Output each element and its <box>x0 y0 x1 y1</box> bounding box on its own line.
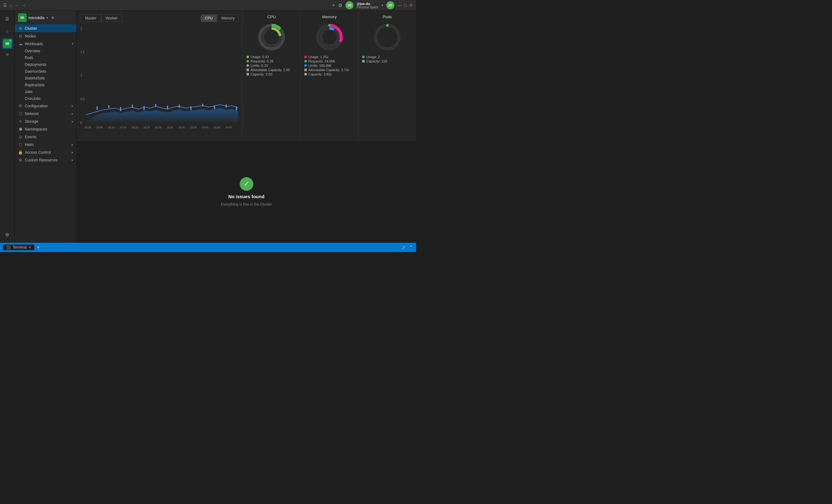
y-label-0-5: 0.5 <box>80 98 84 101</box>
cpu-usage-label: Usage: 0.33 <box>251 55 269 59</box>
memory-donut-svg <box>314 22 345 53</box>
sidebar-gear-icon[interactable]: ⚙ <box>4 51 11 58</box>
x-18-25: 18:25 <box>143 126 150 129</box>
settings-icon[interactable]: ⚙ <box>338 2 342 8</box>
terminal-collapse-icon[interactable]: ⌃ <box>409 245 413 250</box>
tree-subitem-pods[interactable]: Pods <box>15 54 76 61</box>
cpu-capacity-dot <box>246 73 249 75</box>
config-expand-icon: ▸ <box>72 104 73 108</box>
tree-item-storage[interactable]: ≡ Storage ▸ <box>15 117 76 125</box>
tree-item-workloads[interactable]: ☁ Workloads ▾ <box>15 40 76 48</box>
sidebar-icon-home[interactable]: ⌂ <box>2 26 13 37</box>
memory-allocatable-label: Allocatable Capacity: 3.7Gi <box>308 68 349 72</box>
bar-spike-13 <box>236 106 237 110</box>
tree-item-access-control[interactable]: 🔒 Access Control ▸ <box>15 149 76 156</box>
cluster-header[interactable]: MI microk8s ▾ ⚙ <box>15 11 76 24</box>
configuration-label: Configuration <box>25 104 48 108</box>
charts-area: Master Worker CPU Memory 2 1.5 1 0.5 0 <box>77 11 416 141</box>
donut-panels: CPU <box>243 11 416 140</box>
tab-master[interactable]: Master <box>80 15 101 22</box>
tree-subitem-overview[interactable]: Overview <box>15 48 76 54</box>
tree-item-namespaces[interactable]: ⬢ Namespaces <box>15 125 76 133</box>
bar-spike-7 <box>167 106 168 109</box>
cpu-donut-title: CPU <box>246 15 296 19</box>
tree-subitem-replicasets[interactable]: ReplicaSets <box>15 82 76 88</box>
sidebar-icon-cluster[interactable]: MI <box>2 38 13 49</box>
minimize-button[interactable]: — <box>397 3 402 8</box>
pods-donut-panel: Pods Usage: 2 <box>359 11 416 140</box>
cluster-badge: MI <box>18 13 27 22</box>
home-icon: ⌂ <box>6 29 8 34</box>
bar-spike-3 <box>120 107 121 111</box>
cluster-chevron-icon: ▾ <box>46 16 48 20</box>
dropdown-chevron-icon[interactable]: ▾ <box>382 4 383 7</box>
tree-item-network[interactable]: ⬡ Network ▸ <box>15 110 76 117</box>
pods-capacity-label: Capacity: 110 <box>366 59 387 63</box>
tree-item-custom-resources[interactable]: ⚙ Custom Resources ▸ <box>15 156 76 164</box>
no-issues-title: No issues found <box>228 194 264 199</box>
user-avatar-2[interactable]: JO <box>386 1 394 9</box>
cpu-requests-label: Requests: 0.26 <box>251 59 274 63</box>
hamburger-icon[interactable]: ☰ <box>3 3 7 8</box>
close-button[interactable]: ✕ <box>409 3 413 8</box>
issues-area: ✓ No issues found Everything is fine in … <box>77 141 416 243</box>
x-18-15: 18:15 <box>120 126 126 129</box>
memory-limits-item: Limits: 100.0Mi <box>304 64 355 68</box>
terminal-close-icon[interactable]: ✕ <box>28 245 31 249</box>
bar-spike-5 <box>144 106 145 110</box>
tree-subitem-daemonsets[interactable]: DaemonSets <box>15 68 76 75</box>
memory-type-btn[interactable]: Memory <box>217 15 239 22</box>
cpu-capacity-item: Capacity: 2.00 <box>246 72 296 76</box>
maximize-button[interactable]: □ <box>404 3 407 8</box>
memory-capacity-item: Capacity: 3.8Gi <box>304 72 355 76</box>
cpu-allocatable-dot <box>246 69 249 71</box>
bar-spike-9 <box>190 106 192 110</box>
back-nav-icon[interactable]: ← <box>15 3 19 8</box>
tree-subitem-statefulsets[interactable]: StatefulSets <box>15 75 76 82</box>
network-label: Network <box>25 112 39 116</box>
new-tab-icon[interactable]: + <box>332 2 335 8</box>
bar-spike-4 <box>132 105 133 108</box>
access-control-icon: 🔒 <box>18 150 23 155</box>
memory-usage-dot <box>304 56 307 58</box>
daemonsets-label: DaemonSets <box>25 69 46 74</box>
x-18-00: 18:00 <box>84 126 91 129</box>
tab-worker[interactable]: Worker <box>101 15 122 22</box>
memory-allocatable-dot <box>304 69 307 71</box>
cpu-donut-svg <box>256 22 287 53</box>
tree-subitem-jobs[interactable]: Jobs <box>15 88 76 95</box>
storage-expand-icon: ▸ <box>72 120 73 123</box>
tree-item-cluster[interactable]: ⊞ Cluster <box>15 24 76 32</box>
home-nav-icon[interactable]: ⌂ <box>9 3 12 8</box>
cronjobs-label: CronJobs <box>25 97 41 101</box>
tree-subitem-deployments[interactable]: Deployments <box>15 61 76 68</box>
tree-subitem-cronjobs[interactable]: CronJobs <box>15 95 76 102</box>
pods-label: Pods <box>25 56 33 60</box>
terminal-tab[interactable]: ⬛ Terminal ✕ <box>3 245 34 250</box>
tree-item-helm[interactable]: ⬡ Helm ▸ <box>15 141 76 149</box>
tree-item-configuration[interactable]: ⚙ Configuration ▸ <box>15 102 76 110</box>
pods-donut-title: Pods <box>362 15 412 19</box>
terminal-label: Terminal <box>13 245 27 249</box>
user-info[interactable]: @joe-du Personal Space <box>357 2 379 9</box>
x-18-20: 18:20 <box>131 126 138 129</box>
tree-sidebar: MI microk8s ▾ ⚙ ⊞ Cluster ⊟ Nodes ☁ Work… <box>15 11 77 243</box>
cpu-type-btn[interactable]: CPU <box>201 15 216 22</box>
terminal-icon: ⬛ <box>6 245 11 249</box>
pods-donut-svg-wrapper <box>372 22 403 53</box>
terminal-plus-icon[interactable]: + <box>37 245 40 250</box>
terminal-expand-icon[interactable]: ⤢ <box>402 245 406 250</box>
x-18-05: 18:05 <box>96 126 103 129</box>
tree-item-nodes[interactable]: ⊟ Nodes <box>15 32 76 40</box>
bar-spike-8 <box>179 105 180 108</box>
tree-item-events[interactable]: ⊙ Events <box>15 133 76 141</box>
sidebar-bottom-gear[interactable]: ⚙ <box>2 229 13 240</box>
gear-cluster-icon[interactable]: ⚙ <box>51 16 54 20</box>
user-avatar[interactable]: JO <box>345 1 354 9</box>
access-control-label: Access Control <box>25 150 51 155</box>
helm-icon: ⬡ <box>18 142 23 147</box>
storage-icon: ≡ <box>18 119 23 124</box>
memory-allocatable-item: Allocatable Capacity: 3.7Gi <box>304 68 355 72</box>
forward-nav-icon[interactable]: → <box>21 3 26 8</box>
sidebar-icon-menu[interactable]: ☰ <box>2 13 13 24</box>
